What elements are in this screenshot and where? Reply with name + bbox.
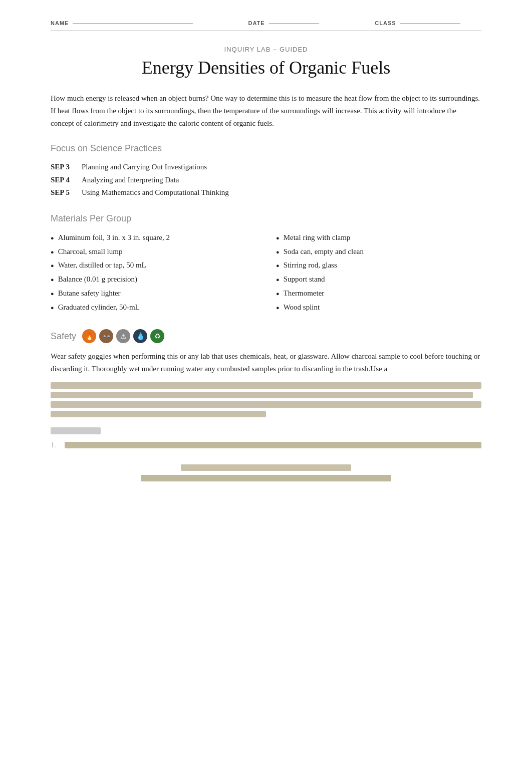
sep-label-4: Analyzing and Interpreting Data [82,174,179,187]
sep-item-5: SEP 5 Using Mathematics and Computationa… [51,186,481,199]
disposal-icon: ♻ [150,329,164,343]
name-label: NAME [51,20,69,26]
material-item-10: Support stand [276,273,481,287]
blurred-content-1 [51,382,481,417]
material-item-3: Water, distilled or tap, 50 mL [51,258,256,273]
material-item-9: Stirring rod, glass [276,258,481,273]
header-fields: NAME DATE CLASS [51,20,481,31]
sep-label-3: Planning and Carrying Out Investigations [82,161,207,174]
sep-num-4: SEP 4 [51,174,76,187]
blurred-item-1: 1. [51,441,481,449]
safety-heading-row: Safety 🔥 👓 ⚠ 💧 ♻ [51,329,481,343]
sep-item-4: SEP 4 Analyzing and Interpreting Data [51,174,481,187]
safety-icons: 🔥 👓 ⚠ 💧 ♻ [82,329,164,343]
focus-heading: Focus on Science Practices [51,143,481,154]
material-item-12: Wood splint [276,301,481,315]
date-field-group: DATE [248,20,355,26]
safety-text: Wear safety goggles when performing this… [51,350,481,375]
inquiry-label: INQUIRY LAB – GUIDED [51,46,481,53]
materials-heading: Materials Per Group [51,213,481,224]
material-item-11: Thermometer [276,287,481,301]
sep-num-3: SEP 3 [51,161,76,174]
page-title: Energy Densities of Organic Fuels [51,57,481,78]
date-label: DATE [248,20,265,26]
material-item-2: Charcoal, small lump [51,245,256,259]
blurred-content-2: 1. [51,427,481,449]
material-item-6: Graduated cylinder, 50-mL [51,301,256,315]
material-item-5: Butane safety lighter [51,287,256,301]
material-item-1: Aluminum foil, 3 in. x 3 in. square, 2 [51,231,256,245]
materials-right-list: Metal ring with clamp Soda can, empty an… [276,231,481,315]
footer-blurred [51,464,481,481]
page-container: NAME DATE CLASS INQUIRY LAB – GUIDED Ene… [51,0,481,511]
sep-label-5: Using Mathematics and Computational Thin… [82,186,229,199]
sep-item-3: SEP 3 Planning and Carrying Out Investig… [51,161,481,174]
name-field-group: NAME [51,20,228,26]
date-line [269,23,319,24]
sep-num-5: SEP 5 [51,186,76,199]
class-field-group: CLASS [375,20,481,26]
materials-left-col: Aluminum foil, 3 in. x 3 in. square, 2 C… [51,231,256,315]
water-hazard-icon: 💧 [133,329,147,343]
materials-left-list: Aluminum foil, 3 in. x 3 in. square, 2 C… [51,231,256,315]
material-item-8: Soda can, empty and clean [276,245,481,259]
name-line [73,23,193,24]
materials-columns: Aluminum foil, 3 in. x 3 in. square, 2 C… [51,231,481,315]
class-line [400,23,460,24]
class-label: CLASS [375,20,396,26]
fire-hazard-icon: 🔥 [82,329,96,343]
safety-heading: Safety [51,331,76,342]
eye-protection-icon: 👓 [99,329,113,343]
materials-right-col: Metal ring with clamp Soda can, empty an… [276,231,481,315]
material-item-7: Metal ring with clamp [276,231,481,245]
sep-list: SEP 3 Planning and Carrying Out Investig… [51,161,481,199]
general-warning-icon: ⚠ [116,329,130,343]
intro-paragraph: How much energy is released when an obje… [51,92,481,129]
material-item-4: Balance (0.01 g precision) [51,273,256,287]
